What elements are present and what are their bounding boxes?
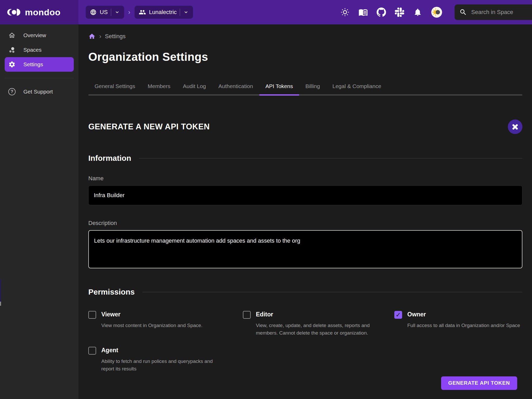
viewer-checkbox[interactable]: ✓ bbox=[88, 311, 96, 319]
permission-description: View, create, update, and delete assets,… bbox=[256, 322, 386, 337]
permission-agent: ✓ Agent Ability to fetch and run polices… bbox=[88, 346, 243, 373]
main-content: › Settings Organization Settings General… bbox=[78, 24, 532, 399]
description-field-label: Description bbox=[88, 220, 522, 227]
brand-logo[interactable]: mondoo bbox=[0, 0, 78, 24]
form-actions: GENERATE API TOKEN bbox=[88, 376, 522, 390]
org-label: Lunalectric bbox=[149, 9, 177, 16]
sidebar-divider bbox=[5, 78, 74, 78]
tab-api-tokens[interactable]: API Tokens bbox=[259, 79, 299, 96]
top-bar-actions bbox=[340, 4, 532, 20]
context-separator: › bbox=[128, 9, 130, 16]
permission-label: Owner bbox=[407, 310, 522, 318]
page-title: Organization Settings bbox=[88, 50, 522, 63]
breadcrumb-current: Settings bbox=[105, 33, 126, 40]
pill-divider bbox=[180, 9, 180, 16]
tab-legal-compliance[interactable]: Legal & Compliance bbox=[326, 79, 388, 96]
user-avatar[interactable] bbox=[431, 7, 442, 18]
section-divider bbox=[142, 292, 522, 292]
sidebar-item-get-support[interactable]: ? Get Support bbox=[5, 84, 74, 99]
sidebar-item-spaces[interactable]: Spaces bbox=[5, 43, 74, 57]
token-name-input[interactable] bbox=[88, 185, 522, 205]
home-icon[interactable] bbox=[88, 33, 96, 40]
permission-viewer: ✓ Viewer View most content in Organizati… bbox=[88, 310, 243, 337]
help-icon: ? bbox=[8, 88, 16, 95]
sun-icon bbox=[340, 8, 350, 17]
bell-icon bbox=[413, 8, 422, 17]
sidebar-item-overview[interactable]: Overview bbox=[5, 28, 74, 43]
permission-label: Agent bbox=[101, 346, 243, 354]
search-input[interactable] bbox=[471, 9, 523, 16]
token-description-input[interactable]: Lets our infrastructure management autom… bbox=[88, 230, 522, 268]
context-switchers: US › Lunalectric bbox=[78, 6, 193, 19]
breadcrumb: › Settings bbox=[88, 33, 522, 40]
region-selector[interactable]: US bbox=[86, 6, 124, 19]
book-icon bbox=[358, 8, 368, 17]
mondoo-logo-icon bbox=[7, 7, 21, 17]
token-form-header: GENERATE A NEW API TOKEN bbox=[88, 119, 522, 134]
people-icon bbox=[139, 9, 146, 16]
breadcrumb-separator: › bbox=[99, 33, 101, 40]
owner-checkbox[interactable]: ✓ bbox=[394, 311, 402, 319]
permissions-section-header: Permissions bbox=[88, 288, 522, 296]
tab-billing[interactable]: Billing bbox=[299, 79, 326, 96]
sun-eclipse-avatar-icon bbox=[431, 7, 442, 18]
org-selector[interactable]: Lunalectric bbox=[135, 6, 193, 19]
information-section-title: Information bbox=[88, 154, 131, 163]
scrollbar-thumb[interactable] bbox=[0, 302, 1, 306]
tab-audit-log[interactable]: Audit Log bbox=[177, 79, 212, 96]
chevron-down-icon bbox=[183, 9, 189, 15]
slack-button[interactable] bbox=[395, 8, 404, 17]
section-divider bbox=[139, 158, 522, 158]
top-bar: mondoo US › Lunalectric bbox=[0, 0, 532, 24]
tab-authentication[interactable]: Authentication bbox=[212, 79, 259, 96]
sidebar-item-label: Spaces bbox=[23, 47, 42, 53]
token-form-title: GENERATE A NEW API TOKEN bbox=[88, 122, 210, 131]
sidebar-item-label: Overview bbox=[23, 32, 46, 38]
home-icon bbox=[8, 32, 16, 39]
agent-checkbox[interactable]: ✓ bbox=[88, 347, 96, 355]
spaces-icon bbox=[8, 46, 16, 54]
sidebar: Overview Spaces Settings ? Get Support bbox=[0, 24, 78, 399]
permission-label: Editor bbox=[256, 310, 394, 318]
permissions-section-title: Permissions bbox=[88, 288, 135, 296]
tab-members[interactable]: Members bbox=[141, 79, 177, 96]
tab-track bbox=[88, 94, 522, 96]
permissions-grid: ✓ Viewer View most content in Organizati… bbox=[88, 310, 522, 373]
sidebar-item-label: Settings bbox=[23, 61, 43, 68]
settings-tabs: General Settings Members Audit Log Authe… bbox=[88, 79, 522, 96]
app-window: mondoo US › Lunalectric bbox=[0, 0, 532, 399]
left-edge-scrollbar[interactable] bbox=[0, 279, 1, 302]
pill-divider bbox=[111, 9, 111, 16]
globe-icon bbox=[90, 9, 97, 16]
permission-owner: ✓ Owner Full access to all data in Organ… bbox=[394, 310, 522, 337]
sidebar-item-settings[interactable]: Settings bbox=[5, 57, 74, 72]
permission-description: Full access to all data in Organization … bbox=[407, 322, 522, 329]
permission-label: Viewer bbox=[101, 310, 243, 318]
close-icon[interactable] bbox=[508, 119, 522, 134]
permission-description: View most content in Organization and Sp… bbox=[101, 322, 231, 329]
slack-icon bbox=[395, 8, 404, 17]
notifications-button[interactable] bbox=[413, 8, 422, 17]
brand-name: mondoo bbox=[25, 7, 61, 17]
permission-editor: ✓ Editor View, create, update, and delet… bbox=[243, 310, 394, 337]
github-icon bbox=[377, 7, 386, 17]
chevron-down-icon bbox=[114, 9, 120, 15]
docs-button[interactable] bbox=[358, 8, 368, 17]
space-search[interactable] bbox=[455, 4, 532, 20]
name-field-label: Name bbox=[88, 175, 522, 182]
editor-checkbox[interactable]: ✓ bbox=[243, 311, 251, 319]
theme-toggle-button[interactable] bbox=[340, 8, 350, 17]
information-section-header: Information bbox=[88, 154, 522, 163]
tab-general-settings[interactable]: General Settings bbox=[88, 79, 141, 96]
checkmark-icon: ✓ bbox=[396, 312, 401, 318]
region-label: US bbox=[100, 9, 108, 16]
github-button[interactable] bbox=[377, 8, 386, 17]
magnifier-icon bbox=[459, 8, 467, 16]
sidebar-item-label: Get Support bbox=[23, 89, 53, 95]
permission-description: Ability to fetch and run polices and que… bbox=[101, 357, 226, 373]
gear-icon bbox=[8, 61, 16, 68]
generate-api-token-button[interactable]: GENERATE API TOKEN bbox=[441, 376, 517, 390]
